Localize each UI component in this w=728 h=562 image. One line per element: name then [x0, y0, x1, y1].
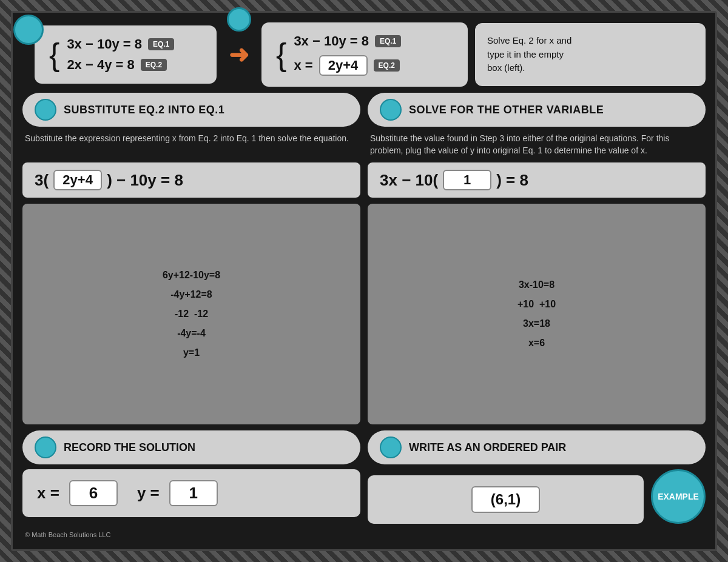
eq-display-row: 3( 2y+4 ) − 10y = 8 3x − 10( 1 ) = 8 [22, 162, 706, 198]
example-badge: EXAMPLE [651, 469, 706, 524]
step3-work-line5: y=1 [183, 343, 200, 363]
copyright-text: © Math Beach Solutions LLC [25, 531, 110, 538]
sys2-eq1-badge: EQ.1 [375, 35, 401, 47]
step4-eq-input[interactable]: 1 [443, 170, 491, 190]
record-circle [35, 437, 56, 458]
record-panel: RECORD THE SOLUTION x = 6 y = 1 [22, 430, 360, 524]
step4-work-line1: 3x-10=8 [519, 275, 554, 295]
ordered-pair-label: WRITE AS AN ORDERED PAIR [409, 441, 566, 454]
outer-border: { 3x − 10y = 8 EQ.1 2x − 4y = 8 EQ.2 [0, 0, 728, 562]
sys2-eq1-text: 3x − 10y = 8 [294, 33, 369, 49]
x-label: x = [37, 484, 59, 503]
desc-row: Substitute the expression representing x… [22, 133, 706, 156]
solution-display: x = 6 y = 1 [22, 469, 360, 517]
record-header: RECORD THE SOLUTION [22, 430, 360, 464]
bottom-section: RECORD THE SOLUTION x = 6 y = 1 WRITE AS… [22, 430, 706, 524]
eq1-column: 3x − 10y = 8 EQ.1 2x − 4y = 8 EQ.2 [67, 36, 174, 73]
step3-work-line3: -12 -12 [175, 304, 208, 324]
instruction-line1: Solve Eq. 2 for x and [487, 35, 571, 45]
step4-desc-panel: Substitute the value found in Step 3 int… [368, 133, 706, 156]
ordered-pair-value: (6,1) [471, 486, 540, 513]
step4-eq-display: 3x − 10( 1 ) = 8 [368, 162, 706, 198]
step4-label: SOLVE FOR THE OTHER VARIABLE [409, 104, 604, 116]
example-label: EXAMPLE [658, 492, 699, 501]
y-label: y = [137, 484, 160, 503]
arrow-circle [227, 7, 251, 32]
sys2-eq2-value[interactable]: 2y+4 [319, 55, 368, 76]
step3-work-line1: 6y+12-10y=8 [163, 266, 220, 285]
system-2-box: { 3x − 10y = 8 EQ.1 x = 2y+4 EQ.2 [261, 22, 468, 87]
solve-instruction: Solve Eq. 2 for x and type it in the emp… [475, 23, 706, 86]
eq1-text: 3x − 10y = 8 [67, 36, 142, 52]
record-label: RECORD THE SOLUTION [64, 441, 195, 454]
top-circle-1 [13, 15, 44, 45]
step3-work-line2: -4y+12=8 [170, 285, 212, 304]
step3-work-line4: -4y=-4 [177, 324, 206, 343]
step3-circle [35, 99, 56, 121]
arrow-container: ➜ [217, 41, 261, 69]
step3-label: SUBSTITUTE EQ.2 INTO EQ.1 [64, 104, 224, 116]
ordered-pair-panel: WRITE AS AN ORDERED PAIR (6,1) EXAMPLE [368, 430, 706, 524]
instruction-line2: type it in the empty [487, 49, 564, 59]
sys2-eq1-row: { 3x − 10y = 8 EQ.1 x = 2y+4 EQ.2 [276, 33, 453, 76]
arrow-icon: ➜ [229, 41, 249, 69]
ordered-pair-row: (6,1) EXAMPLE [368, 469, 706, 524]
brace-1: { [49, 39, 59, 70]
step3-eq-suffix: ) − 10y = 8 [107, 171, 183, 190]
step3-desc: Substitute the expression representing x… [22, 133, 360, 145]
instruction-line3: box (left). [487, 62, 525, 73]
sys2-eq2-prefix: x = [294, 58, 312, 73]
y-value[interactable]: 1 [169, 480, 218, 506]
step3-eq-display: 3( 2y+4 ) − 10y = 8 [22, 162, 360, 198]
step4-eq-suffix: ) = 8 [496, 171, 528, 190]
step4-circle [380, 99, 402, 121]
step3-header: SUBSTITUTE EQ.2 INTO EQ.1 [22, 93, 360, 127]
ordered-pair-circle [380, 437, 402, 458]
main-container: { 3x − 10y = 8 EQ.1 2x − 4y = 8 EQ.2 [11, 11, 717, 551]
ordered-pair-box: (6,1) [368, 475, 644, 524]
work-row: 6y+12-10y=8 -4y+12=8 -12 -12 -4y=-4 y=1 … [22, 204, 706, 424]
sys2-eq2-badge: EQ.2 [374, 59, 400, 72]
step4-desc: Substitute the value found in Step 3 int… [368, 133, 706, 156]
steps-row: SUBSTITUTE EQ.2 INTO EQ.1 SOLVE FOR THE … [22, 93, 706, 127]
eq1-badge: EQ.1 [148, 38, 174, 50]
step3-work-box: 6y+12-10y=8 -4y+12=8 -12 -12 -4y=-4 y=1 [22, 204, 360, 424]
system-1-box: { 3x − 10y = 8 EQ.1 2x − 4y = 8 EQ.2 [35, 25, 217, 84]
brace-2: { [276, 39, 286, 70]
ordered-pair-header: WRITE AS AN ORDERED PAIR [368, 430, 706, 464]
step3-eq-prefix: 3( [35, 171, 49, 190]
step4-work-line4: x=6 [528, 333, 545, 353]
top-section: { 3x − 10y = 8 EQ.1 2x − 4y = 8 EQ.2 [22, 22, 706, 87]
eq1-row: { 3x − 10y = 8 EQ.1 2x − 4y = 8 EQ.2 [49, 36, 202, 73]
step4-work-line2: +10 +10 [517, 295, 556, 314]
step4-work-box: 3x-10=8 +10 +10 3x=18 x=6 [368, 204, 706, 424]
sys2-column: 3x − 10y = 8 EQ.1 x = 2y+4 EQ.2 [294, 33, 401, 76]
step3-eq-input[interactable]: 2y+4 [53, 170, 102, 190]
x-value[interactable]: 6 [69, 480, 118, 506]
step4-eq-prefix: 3x − 10( [380, 171, 438, 190]
copyright: © Math Beach Solutions LLC [22, 530, 706, 540]
eq2-badge: EQ.2 [141, 59, 167, 71]
eq2-text: 2x − 4y = 8 [67, 57, 134, 73]
step4-work-line3: 3x=18 [523, 314, 550, 333]
step3-desc-panel: Substitute the expression representing x… [22, 133, 360, 156]
step4-header: SOLVE FOR THE OTHER VARIABLE [368, 93, 706, 127]
